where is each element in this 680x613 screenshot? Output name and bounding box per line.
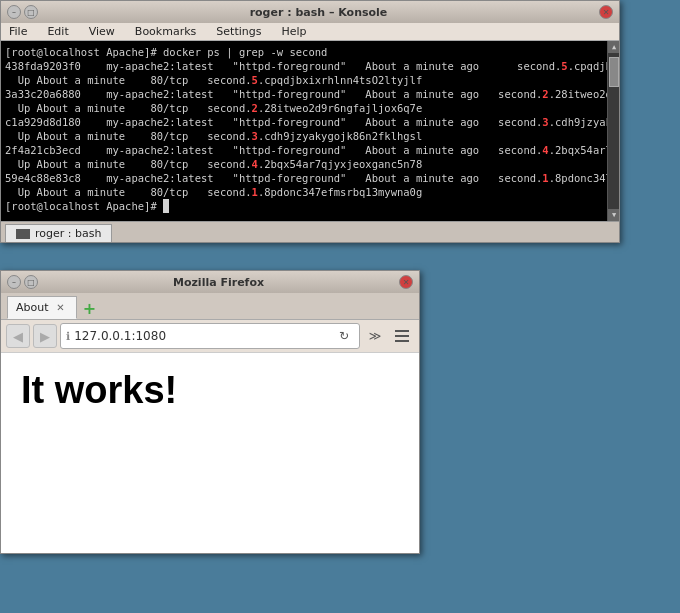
konsole-tab-label: roger : bash [35, 227, 101, 240]
konsole-title: roger : bash – Konsole [38, 6, 599, 19]
menu-help[interactable]: Help [277, 24, 310, 39]
firefox-tab-about[interactable]: About ✕ [7, 296, 77, 319]
terminal-line-0: [root@localhost Apache]# docker ps | gre… [5, 45, 615, 59]
scrollbar-down-button[interactable]: ▼ [608, 209, 619, 221]
terminal-line-10: Up About a minute 80/tcp second.1.8pdonc… [5, 185, 615, 199]
it-works-heading: It works! [21, 369, 399, 412]
menu-file[interactable]: File [5, 24, 31, 39]
firefox-extra-nav-button[interactable]: ≫ [363, 324, 387, 348]
konsole-menubar: File Edit View Bookmarks Settings Help [1, 23, 619, 41]
firefox-tab-bar: About ✕ + [1, 293, 419, 320]
terminal-scrollbar[interactable]: ▲ ▼ [607, 41, 619, 221]
hamburger-line-3 [395, 340, 409, 342]
firefox-titlebar: – □ Mozilla Firefox ✕ [1, 271, 419, 293]
firefox-content: It works! [1, 353, 419, 553]
terminal-cursor [163, 199, 169, 213]
terminal-line-3: 3a33c20a6880 my-apache2:latest "httpd-fo… [5, 87, 615, 101]
terminal-prompt-0: [root@localhost Apache]# [5, 45, 163, 59]
hamburger-line-2 [395, 335, 409, 337]
firefox-title: Mozilla Firefox [38, 276, 399, 289]
konsole-close-button[interactable]: ✕ [599, 5, 613, 19]
menu-view[interactable]: View [85, 24, 119, 39]
firefox-close-button[interactable]: ✕ [399, 275, 413, 289]
firefox-minimize-button[interactable]: – [7, 275, 21, 289]
terminal-cmd-0: docker ps | grep -w second [163, 45, 327, 59]
konsole-titlebar: – □ roger : bash – Konsole ✕ [1, 1, 619, 23]
konsole-tab-bar: roger : bash [1, 221, 619, 242]
terminal-line-9: 59e4c88e83c8 my-apache2:latest "httpd-fo… [5, 171, 615, 185]
firefox-tab-label: About [16, 301, 49, 314]
konsole-window: – □ roger : bash – Konsole ✕ File Edit V… [0, 0, 620, 243]
scrollbar-thumb[interactable] [609, 57, 619, 87]
terminal-line-11: [root@localhost Apache]# [5, 199, 615, 213]
menu-edit[interactable]: Edit [43, 24, 72, 39]
terminal-line-8: Up About a minute 80/tcp second.4.2bqx54… [5, 157, 615, 171]
terminal-line-1: 438fda9203f0 my-apache2:latest "httpd-fo… [5, 59, 615, 73]
konsole-minimize-button[interactable]: – [7, 5, 21, 19]
terminal-prompt-final: [root@localhost Apache]# [5, 199, 163, 213]
firefox-back-button[interactable]: ◀ [6, 324, 30, 348]
address-text[interactable]: 127.0.0.1:1080 [74, 329, 330, 343]
firefox-navbar: ◀ ▶ ℹ 127.0.0.1:1080 ↻ ≫ [1, 320, 419, 353]
firefox-tab-close-button[interactable]: ✕ [54, 301, 68, 315]
konsole-tab-bash[interactable]: roger : bash [5, 224, 112, 242]
hamburger-line-1 [395, 330, 409, 332]
konsole-maximize-button[interactable]: □ [24, 5, 38, 19]
terminal-line-6: Up About a minute 80/tcp second.3.cdh9jz… [5, 129, 615, 143]
firefox-window-controls-left: – □ [7, 275, 38, 289]
scrollbar-up-button[interactable]: ▲ [608, 41, 619, 53]
refresh-button[interactable]: ↻ [334, 326, 354, 346]
terminal-line-5: c1a929d8d180 my-apache2:latest "httpd-fo… [5, 115, 615, 129]
terminal-content: [root@localhost Apache]# docker ps | gre… [1, 41, 619, 221]
firefox-menu-button[interactable] [390, 324, 414, 348]
menu-settings[interactable]: Settings [212, 24, 265, 39]
terminal-tab-icon [16, 229, 30, 239]
terminal-line-2: Up About a minute 80/tcp second.5.cpqdjb… [5, 73, 615, 87]
konsole-window-controls-left: – □ [7, 5, 38, 19]
terminal-line-4: Up About a minute 80/tcp second.2.28itwe… [5, 101, 615, 115]
firefox-maximize-button[interactable]: □ [24, 275, 38, 289]
menu-bookmarks[interactable]: Bookmarks [131, 24, 200, 39]
lock-icon: ℹ [66, 330, 70, 343]
terminal-line-7: 2f4a21cb3ecd my-apache2:latest "httpd-fo… [5, 143, 615, 157]
firefox-forward-button[interactable]: ▶ [33, 324, 57, 348]
firefox-new-tab-button[interactable]: + [79, 297, 101, 319]
firefox-window: – □ Mozilla Firefox ✕ About ✕ + ◀ ▶ ℹ 12… [0, 270, 420, 554]
address-bar[interactable]: ℹ 127.0.0.1:1080 ↻ [60, 323, 360, 349]
